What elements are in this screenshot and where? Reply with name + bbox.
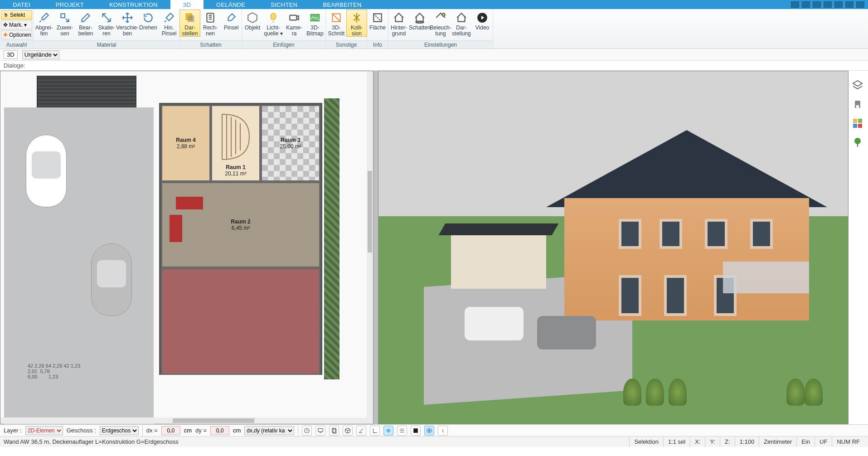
- ribbon-tool[interactable]: Dar- stellen: [179, 10, 200, 37]
- svg-rect-0: [61, 14, 65, 18]
- menu-icon[interactable]: [397, 426, 407, 436]
- terrain-select[interactable]: Urgelände: [22, 50, 59, 59]
- room-1-stairs: Raum 1 20,11 m²: [211, 105, 261, 182]
- grid-icon[interactable]: [411, 426, 421, 436]
- dialog-bar: Dialoge:: [0, 61, 868, 71]
- menu-tab-projekt[interactable]: PROJEKT: [43, 0, 97, 9]
- svg-rect-4: [290, 15, 296, 20]
- relmode-select[interactable]: dx,dy (relativ ka: [244, 426, 294, 435]
- door-icon: [664, 275, 687, 316]
- h-scrollbar[interactable]: [0, 417, 373, 424]
- ribbon-tool[interactable]: Verschie- ben: [117, 10, 138, 36]
- rhombus-icon[interactable]: [383, 426, 393, 436]
- ribbon-tool[interactable]: Skalie- ren: [96, 10, 117, 36]
- layer-select[interactable]: 2D-Elemen: [25, 426, 63, 435]
- selekt-button[interactable]: 🖱 Selekt: [1, 10, 32, 19]
- ribbon-tool[interactable]: Kolli- sion: [346, 10, 367, 37]
- v-scrollbar[interactable]: [367, 71, 373, 417]
- angle-icon[interactable]: [356, 426, 366, 436]
- optionen-button[interactable]: ✚ Optionen: [1, 30, 32, 39]
- ribbon-tool[interactable]: Drehen: [138, 10, 159, 31]
- north-icon[interactable]: N: [424, 426, 434, 436]
- menu-tab-datei[interactable]: DATEI: [0, 0, 43, 9]
- ribbon-tool[interactable]: Licht- quelle ▾: [263, 10, 284, 36]
- ribbon-tool[interactable]: Fläche: [367, 10, 388, 31]
- perpendicular-icon[interactable]: [370, 426, 380, 436]
- ribbon-tool[interactable]: Dar- stellung: [451, 10, 472, 36]
- clock-icon[interactable]: [302, 426, 312, 436]
- window-icon: [659, 219, 682, 249]
- layers-icon[interactable]: [852, 80, 863, 91]
- geschoss-select[interactable]: Erdgeschos: [100, 426, 139, 435]
- info-icon[interactable]: [438, 426, 448, 436]
- hedge: [324, 98, 339, 379]
- ribbon-tool[interactable]: 3D- Bitmap: [305, 10, 325, 36]
- group-title-info: Info: [367, 40, 388, 49]
- svg-rect-24: [858, 124, 862, 128]
- dialog-label: Dialoge:: [4, 62, 25, 69]
- close-icon[interactable]: [856, 1, 864, 8]
- house-outline: Raum 4 2,88 m² Raum 1 20,11 m² Raum 3 25…: [159, 103, 322, 375]
- ribbon-tool[interactable]: Hin. Pinsel: [159, 10, 179, 36]
- minimize-icon[interactable]: [834, 1, 843, 8]
- menu-tab-gelaende[interactable]: GELÄNDE: [204, 0, 258, 9]
- garage-roof: [37, 76, 136, 107]
- group-title-sonstige: Sonstige: [326, 40, 367, 49]
- view-mode-label: 3D: [4, 50, 18, 59]
- papers-icon[interactable]: [329, 426, 339, 436]
- ribbon: 🖱 Selekt ✥ Mark. ▾ ✚ Optionen Auswahl Ab…: [0, 9, 868, 49]
- monitor-icon[interactable]: [315, 426, 325, 436]
- floorplan-view[interactable]: Raum 4 2,88 m² Raum 1 20,11 m² Raum 3 25…: [0, 71, 373, 424]
- mark-button[interactable]: ✥ Mark. ▾: [1, 20, 32, 29]
- palette-icon[interactable]: [852, 118, 863, 129]
- share-icon[interactable]: [791, 1, 799, 8]
- dx-input[interactable]: [161, 426, 180, 435]
- svg-rect-22: [858, 119, 862, 123]
- ribbon-tool[interactable]: Beleuch- tung: [430, 10, 451, 36]
- ribbon-tool[interactable]: Rech- nen: [200, 10, 221, 36]
- room-3: Raum 3 25,00 m²: [261, 105, 320, 182]
- menu-tab-sichten[interactable]: SICHTEN: [258, 0, 310, 9]
- ribbon-tool[interactable]: Pinsel: [221, 10, 242, 31]
- help-icon[interactable]: [824, 1, 832, 8]
- menu-tab-konstruktion[interactable]: KONSTRUKTION: [97, 0, 170, 9]
- svg-rect-20: [859, 105, 860, 108]
- cube-icon[interactable]: [343, 426, 353, 436]
- window-icon[interactable]: [802, 1, 810, 8]
- status-uf: UF: [815, 437, 832, 447]
- window-icon: [750, 219, 773, 249]
- unit-cm: cm: [184, 427, 192, 434]
- svg-rect-21: [853, 119, 857, 123]
- work-area: Raum 4 2,88 m² Raum 1 20,11 m² Raum 3 25…: [0, 71, 868, 424]
- bush-icon: [786, 378, 805, 406]
- car-grey: [91, 243, 132, 316]
- svg-marker-17: [853, 81, 862, 86]
- menu-bar: DATEI PROJEKT KONSTRUKTION 3D GELÄNDE SI…: [0, 0, 868, 9]
- svg-rect-19: [855, 105, 856, 108]
- svg-rect-2: [188, 16, 194, 22]
- status-message: Wand AW 36,5 m, Deckenauflager L=Konstru…: [4, 438, 179, 445]
- status-z: Z:: [720, 437, 735, 447]
- dy-input[interactable]: [210, 426, 229, 435]
- window-buttons: [791, 1, 868, 8]
- garage-3d: [451, 234, 546, 289]
- car-3d-white: [465, 307, 524, 340]
- ribbon-tool[interactable]: Kame- ra: [284, 10, 305, 36]
- settings-icon[interactable]: [813, 1, 821, 8]
- ribbon-tool[interactable]: Schatten: [409, 10, 430, 31]
- 3d-view[interactable]: [378, 71, 849, 424]
- ribbon-tool[interactable]: Bear- beiten: [75, 10, 96, 36]
- dx-label: dx =: [146, 427, 158, 434]
- tree-icon[interactable]: [852, 137, 863, 148]
- ribbon-tool[interactable]: Hinter- grund: [388, 10, 409, 36]
- ribbon-tool[interactable]: Video: [472, 10, 493, 31]
- ribbon-tool[interactable]: Zuwei- sen: [54, 10, 75, 36]
- status-x: X:: [690, 437, 705, 447]
- ribbon-tool[interactable]: Objekt: [242, 10, 263, 31]
- menu-tab-3d[interactable]: 3D: [170, 0, 204, 9]
- ribbon-tool[interactable]: Abgrei- fen: [34, 10, 54, 36]
- chair-icon[interactable]: [852, 99, 863, 110]
- menu-tab-bearbeiten[interactable]: BEARBEITEN: [310, 0, 374, 9]
- maximize-icon[interactable]: [845, 1, 853, 8]
- ribbon-tool[interactable]: 3D- Schnitt: [326, 10, 347, 36]
